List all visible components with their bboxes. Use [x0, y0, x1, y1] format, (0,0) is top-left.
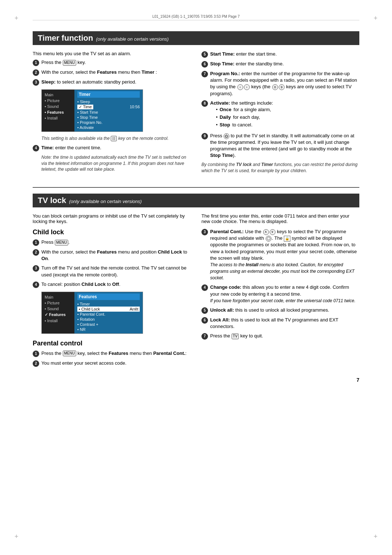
step-num-8: 8 — [201, 100, 208, 107]
step-num-9: 9 — [201, 133, 208, 139]
power-key-icon: ⏻ — [224, 133, 229, 139]
feat-menu-picture: • Picture — [45, 300, 72, 306]
tvlock-step-6-content: Lock All: this is used to lock all the T… — [210, 317, 359, 330]
step-9-content: Press ⏻ to put the TV set in standby. It… — [210, 133, 359, 159]
timer-step-1: 1 Press the MENU key. — [33, 59, 191, 66]
step-num-2: 2 — [33, 69, 39, 76]
feat-childlock-label: • Child Lock — [79, 307, 100, 311]
tvlock-step-num-5: 5 — [201, 307, 208, 314]
step-num-4: 4 — [33, 145, 39, 151]
step-num-7: 7 — [201, 71, 208, 77]
tv-key-icon: TV — [232, 333, 239, 339]
tvlock-step-num-4: 4 — [201, 284, 208, 291]
tvlock-step-4: 4 Change code: this allows you to enter … — [201, 284, 359, 304]
tvlock-col-right: The first time you enter this, enter cod… — [201, 213, 359, 370]
activate-bullets: Once for a single alarm, Daily for each … — [216, 106, 359, 129]
cross-mark-br: + — [373, 533, 377, 540]
zero-key: 0 — [272, 84, 278, 90]
step-5-content: Start Time: enter the start time. — [210, 51, 359, 57]
step-num-5: 5 — [201, 51, 208, 58]
setting-note: This setting is also available via the ☷… — [41, 135, 191, 142]
meta-line: L01_15624 (GB) 1-1_190705 7/19/05 3:53 P… — [33, 15, 359, 20]
cl-step-2-content: With the cursor, select the Features men… — [41, 249, 191, 262]
parental-control-steps: 1 Press the MENU key, select the Feature… — [33, 350, 191, 367]
feat-menu-install: • Install — [45, 318, 72, 324]
tvlock-step-5: 5 Unlock all: this is used to unlock all… — [201, 307, 359, 314]
timer-menu-left: Main • Picture • Sound • Features • Inst… — [42, 90, 74, 131]
ok-key: ◯ — [266, 236, 271, 242]
pc-step-2: 2 You must enter your secret access code… — [33, 360, 191, 367]
page-number: 7 — [33, 377, 359, 383]
timer-steps-right: 5 Start Time: enter the start time. 6 St… — [201, 51, 359, 159]
timer-col-left: This menu lets you use the TV set as an … — [33, 51, 191, 176]
cross-mark-tl: + — [15, 15, 19, 22]
timer-step-5: 5 Start Time: enter the start time. — [201, 51, 359, 58]
cl-step-num-2: 2 — [33, 249, 39, 256]
step-4-content: Time: enter the current time. — [41, 145, 191, 151]
timer-section-title-bar: Timer function (only available on certai… — [33, 31, 359, 45]
timer-step-9: 9 Press ⏻ to put the TV set in standby. … — [201, 133, 359, 159]
timer-menu-stoptime: • Stop Time — [77, 115, 140, 120]
down-arrow-key: ∨ — [270, 229, 275, 235]
activate-once: Once for a single alarm, — [216, 106, 359, 113]
menu-left-sound: • Sound — [45, 104, 72, 109]
tvlock-two-col: You can block certain programs or inhibi… — [33, 213, 359, 370]
timer-subtitle: (only available on certain versions) — [96, 36, 168, 42]
timer-step-7: 7 Program No.: enter the number of the p… — [201, 70, 359, 97]
combine-note: By combining the TV lock and Timer funct… — [201, 162, 359, 174]
lock-icon: 🔒 — [284, 236, 290, 242]
feat-menu-features-active: ✓ Features — [45, 312, 72, 318]
menu-left-features-active: • Features — [45, 109, 72, 115]
timer-steps-left-2: 4 Time: enter the current time. — [33, 145, 191, 151]
pc-step-num-2: 2 — [33, 360, 39, 367]
child-lock-step-4: 4 To cancel: position Child Lock to Off. — [33, 281, 191, 288]
cross-mark-tr: + — [373, 15, 377, 22]
step-3-content: Sleep: to select an automatic standby pe… — [41, 79, 191, 85]
timer-two-col: This menu lets you use the TV set as an … — [33, 51, 359, 176]
child-lock-step-3: 3 Turn off the TV set and hide the remot… — [33, 265, 191, 278]
features-menu-screenshot: Main • Picture • Sound ✓ Features • Inst… — [41, 292, 143, 334]
step-1-content: Press the MENU key. — [41, 59, 191, 66]
menu-left-picture: • Picture — [45, 98, 72, 104]
remote-key-icon: ☷ — [111, 136, 117, 141]
timer-menu-time: ✓ Time 10:56 — [77, 104, 140, 110]
feat-menu-main: Main — [45, 294, 72, 300]
feat-menu-sound: • Sound — [45, 306, 72, 312]
right-arrow-key: › — [244, 84, 250, 90]
child-lock-step-1: 1 Press MENU. — [33, 239, 191, 246]
up-arrow-key: ∧ — [263, 229, 269, 235]
tvlock-step-7-content: Press the TV key to quit. — [210, 333, 359, 339]
tvlock-step-3-content: Parental Cont.: Use the ∧∨ keys to selec… — [210, 228, 359, 281]
step-num-6: 6 — [201, 61, 208, 68]
feat-menu-timer: • Timer — [77, 301, 140, 307]
cl-step-3-content: Turn off the TV set and hide the remote … — [41, 265, 191, 278]
timer-col-right: 5 Start Time: enter the start time. 6 St… — [201, 51, 359, 176]
cl-step-1-content: Press MENU. — [41, 239, 191, 246]
cl-step-num-1: 1 — [33, 239, 39, 246]
activate-stop: Stop to cancel. — [216, 122, 359, 128]
child-lock-steps: 1 Press MENU. 2 With the cursor, select … — [33, 239, 191, 288]
section-divider — [33, 187, 359, 188]
timer-time-value: 10:56 — [130, 105, 140, 109]
first-time-note: The first time you enter this, enter cod… — [201, 213, 359, 224]
timer-title: Timer function — [38, 33, 93, 43]
cl-step-num-3: 3 — [33, 265, 39, 272]
tvlock-step-num-6: 6 — [201, 317, 208, 324]
timer-intro: This menu lets you use the TV set as an … — [33, 51, 191, 56]
cross-mark-bl: + — [15, 533, 19, 540]
features-menu-right: Features • Timer • Child Lock Arrêt • Pa… — [74, 292, 143, 333]
timer-menu-screenshot: Main • Picture • Sound • Features • Inst… — [41, 89, 143, 132]
pc-step-num-1: 1 — [33, 351, 39, 357]
tvlock-step-4-content: Change code: this allows you to enter a … — [210, 284, 359, 304]
feat-menu-parentalcont: • Parental Cont. — [77, 312, 140, 317]
tvlock-step-6: 6 Lock All: this is used to lock all the… — [201, 317, 359, 330]
feat-menu-childlock: • Child Lock Arrêt — [77, 307, 140, 312]
timer-menu-programno: • Program No. — [77, 120, 140, 125]
timer-menu-starttime: • Start Time — [77, 110, 140, 115]
menu-left-main: Main — [45, 92, 72, 98]
tvlock-step-7: 7 Press the TV key to quit. — [201, 333, 359, 340]
tvlock-title: TV lock — [38, 196, 66, 205]
timer-step-4: 4 Time: enter the current time. — [33, 145, 191, 151]
feat-menu-contrast: • Contrast + — [77, 322, 140, 327]
timer-step-3: 3 Sleep: to select an automatic standby … — [33, 79, 191, 86]
